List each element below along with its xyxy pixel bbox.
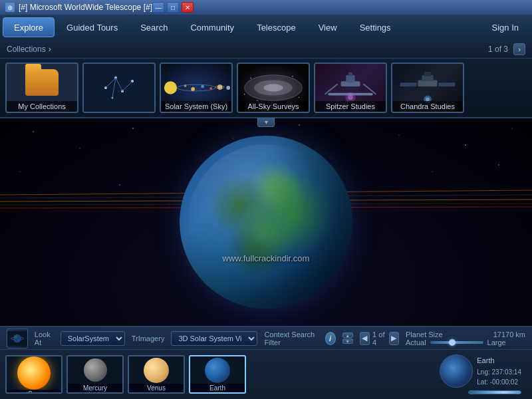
svg-point-22 bbox=[292, 76, 293, 77]
bottom-thumb-mercury[interactable]: Mercury bbox=[66, 355, 124, 394]
svg-line-30 bbox=[363, 84, 376, 94]
pagination-text: 1 of 3 bbox=[488, 45, 508, 54]
look-at-thumbnail[interactable] bbox=[7, 329, 28, 348]
menubar: Explore Guided Tours Search Community Te… bbox=[0, 15, 532, 40]
close-button[interactable]: ✕ bbox=[182, 2, 194, 13]
svg-point-62 bbox=[13, 334, 22, 342]
page-next-button[interactable]: ▶ bbox=[389, 332, 399, 345]
thumb-solar-system[interactable]: Solar System (Sky) bbox=[160, 63, 233, 113]
maximize-button[interactable]: □ bbox=[167, 2, 179, 13]
main-viewport: www.fullcrackindir.com bbox=[0, 118, 532, 326]
menu-item-search[interactable]: Search bbox=[130, 17, 178, 37]
earth-image bbox=[190, 356, 245, 384]
thumb-my-collections[interactable]: My Collections bbox=[5, 63, 78, 113]
info-button[interactable]: i bbox=[325, 332, 336, 345]
thumbnails-row: My Collections Constellations bbox=[0, 59, 532, 118]
my-collections-icon bbox=[7, 64, 77, 101]
thumb-label-solar-system: Solar System (Sky) bbox=[161, 101, 231, 112]
collections-nav: 1 of 3 › bbox=[488, 43, 525, 55]
context-filter-label: Context Search Filter bbox=[264, 331, 318, 346]
page-indicator: 1 of 4 bbox=[372, 331, 386, 346]
svg-point-52 bbox=[498, 164, 499, 166]
look-at-label: Look At bbox=[35, 331, 54, 346]
svg-point-48 bbox=[511, 128, 512, 128]
svg-point-9 bbox=[164, 81, 177, 94]
svg-point-41 bbox=[33, 131, 34, 132]
minimize-button[interactable]: — bbox=[152, 2, 164, 13]
collections-toggle-arrow[interactable]: ▾ bbox=[257, 118, 275, 127]
svg-point-10 bbox=[177, 84, 215, 91]
window-title: [#] Microsoft WorldWide Telescope [#] bbox=[19, 3, 152, 12]
svg-point-45 bbox=[299, 124, 300, 126]
constellations-icon bbox=[84, 64, 154, 112]
svg-point-11 bbox=[184, 84, 187, 87]
mercury-ball bbox=[84, 358, 107, 382]
collections-bar: Collections › 1 of 3 › bbox=[0, 40, 532, 59]
earth-body-label: Earth bbox=[477, 355, 521, 366]
svg-point-63 bbox=[14, 335, 17, 338]
context-down-arrow[interactable]: ▼ bbox=[342, 338, 353, 344]
look-at-select[interactable]: SolarSystem bbox=[61, 331, 125, 346]
planet-size-km: 17170 km bbox=[493, 331, 525, 338]
bottom-thumb-earth[interactable]: Earth bbox=[189, 355, 246, 394]
collections-arrow: › bbox=[49, 45, 51, 54]
thumb-label-spitzer: Spitzer Studies bbox=[315, 101, 386, 112]
thumb-constellations[interactable]: Constellations bbox=[82, 63, 156, 113]
svg-line-7 bbox=[122, 81, 132, 91]
earth-sphere bbox=[180, 136, 352, 309]
sun-label: Sun bbox=[7, 390, 61, 394]
svg-point-17 bbox=[226, 86, 230, 90]
menu-item-telescope[interactable]: Telescope bbox=[246, 17, 307, 37]
trimagery-select[interactable]: 3D Solar System View bbox=[171, 331, 257, 346]
mercury-image bbox=[68, 356, 122, 384]
info-icon: i bbox=[329, 334, 331, 342]
collections-next-arrow[interactable]: › bbox=[513, 43, 525, 55]
svg-point-43 bbox=[132, 128, 134, 129]
svg-point-49 bbox=[19, 171, 20, 172]
look-at-preview bbox=[7, 329, 27, 348]
svg-point-33 bbox=[348, 95, 353, 100]
svg-point-47 bbox=[465, 144, 466, 146]
earth-ball-small bbox=[205, 358, 230, 383]
thumb-spitzer[interactable]: Spitzer Studies bbox=[314, 63, 387, 113]
bottom-thumb-venus[interactable]: Venus bbox=[128, 355, 185, 394]
coordinates: Earth Lng: 237:03:14 Lat: -00:00:02 bbox=[477, 355, 521, 388]
sun-image bbox=[7, 356, 61, 390]
page-prev-button[interactable]: ◀ bbox=[360, 332, 370, 345]
collections-text: Collections bbox=[7, 45, 46, 54]
menu-item-community[interactable]: Community bbox=[180, 17, 245, 37]
large-label: Large bbox=[487, 338, 506, 346]
svg-rect-38 bbox=[438, 82, 455, 86]
svg-point-12 bbox=[191, 87, 195, 91]
page-nav-controls: ◀ 1 of 4 ▶ bbox=[360, 331, 399, 346]
venus-ball bbox=[144, 358, 169, 383]
collections-label[interactable]: Collections › bbox=[7, 45, 51, 54]
thumb-label-my-collections: My Collections bbox=[7, 101, 77, 112]
menu-item-view[interactable]: View bbox=[308, 17, 348, 37]
thumb-label-all-sky: All-Sky Surveys bbox=[238, 101, 309, 112]
svg-point-13 bbox=[201, 85, 204, 88]
app-icon: ⊕ bbox=[5, 3, 15, 12]
thumb-all-sky[interactable]: All-Sky Surveys bbox=[237, 63, 310, 113]
slider-thumb bbox=[449, 339, 456, 346]
menu-item-settings[interactable]: Settings bbox=[349, 17, 402, 37]
menu-item-guided-tours[interactable]: Guided Tours bbox=[56, 17, 128, 37]
svg-point-15 bbox=[217, 84, 223, 90]
thumb-label-chandra: Chandra Studies bbox=[392, 101, 463, 112]
svg-point-20 bbox=[264, 84, 283, 92]
menu-item-explore[interactable]: Explore bbox=[3, 17, 55, 37]
menu-item-sign-in[interactable]: Sign In bbox=[481, 17, 529, 37]
context-up-arrow[interactable]: ▲ bbox=[342, 332, 353, 338]
svg-rect-28 bbox=[348, 72, 352, 76]
trimagery-label: TrImagery bbox=[132, 334, 165, 342]
svg-point-42 bbox=[79, 148, 80, 148]
folder-icon bbox=[25, 69, 59, 96]
planet-size-slider[interactable] bbox=[430, 341, 483, 344]
svg-line-6 bbox=[116, 78, 122, 91]
longitude: Lng: 237:03:14 bbox=[477, 367, 521, 377]
svg-line-29 bbox=[325, 84, 337, 94]
svg-point-50 bbox=[119, 184, 120, 186]
svg-rect-37 bbox=[400, 82, 417, 86]
bottom-thumb-sun[interactable]: Sun bbox=[5, 355, 63, 394]
thumb-chandra[interactable]: Chandra Studies bbox=[391, 63, 464, 113]
